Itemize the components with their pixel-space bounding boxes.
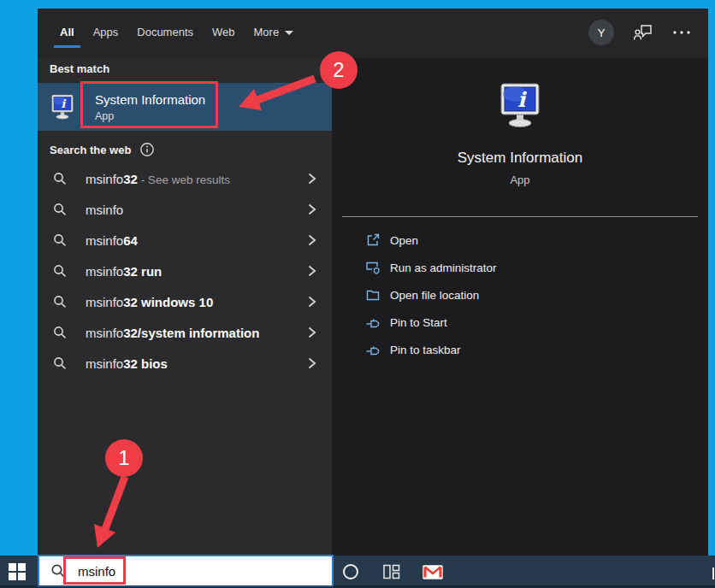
- action-pin-to-taskbar[interactable]: Pin to taskbar: [332, 336, 708, 363]
- action-label: Pin to taskbar: [390, 344, 461, 356]
- action-label: Pin to Start: [390, 316, 447, 329]
- divider: [342, 216, 698, 217]
- folder-icon: [365, 287, 381, 303]
- suggestion-row[interactable]: msinfo32/system information: [38, 317, 332, 348]
- cortana-icon[interactable]: [343, 564, 358, 579]
- search-icon: [53, 264, 67, 278]
- taskbar-search-box[interactable]: [38, 555, 334, 587]
- tab-all[interactable]: All: [50, 15, 84, 50]
- system-information-app-icon: i: [49, 94, 76, 120]
- action-open-file-location[interactable]: Open file location: [332, 281, 708, 309]
- chevron-right-icon: [308, 203, 316, 215]
- tab-apps-label: Apps: [93, 26, 119, 38]
- tab-documents-label: Documents: [137, 26, 193, 38]
- chevron-right-icon: [308, 296, 316, 308]
- search-icon: [53, 295, 67, 309]
- tab-more[interactable]: More: [245, 15, 304, 50]
- best-match-result[interactable]: i System Information App: [38, 83, 332, 131]
- pin-icon: [365, 342, 381, 357]
- suggestion-row[interactable]: msinfo32 - See web results: [38, 163, 332, 194]
- web-suggestion-list: msinfo32 - See web results msinfo msinfo…: [38, 163, 332, 379]
- suggestion-row[interactable]: msinfo64: [38, 225, 332, 256]
- tab-apps[interactable]: Apps: [84, 15, 128, 50]
- preview-app-name: System Information: [332, 150, 708, 167]
- action-pin-to-start[interactable]: Pin to Start: [332, 309, 708, 336]
- tab-web[interactable]: Web: [203, 15, 245, 50]
- suggestion-row[interactable]: msinfo32 run: [38, 256, 332, 286]
- chevron-right-icon: [308, 234, 316, 246]
- tab-web-label: Web: [212, 26, 235, 38]
- chevron-right-icon: [308, 173, 316, 185]
- best-match-app-name: System Information: [95, 92, 205, 107]
- more-options-icon[interactable]: [672, 30, 691, 35]
- tab-more-label: More: [254, 26, 280, 38]
- search-icon: [53, 172, 67, 185]
- search-icon: [50, 563, 66, 579]
- suggestion-row[interactable]: msinfo32 bios: [38, 348, 332, 379]
- gmail-icon[interactable]: [422, 565, 443, 579]
- tab-documents[interactable]: Documents: [127, 15, 203, 50]
- search-icon: [53, 326, 67, 339]
- chevron-down-icon: [285, 31, 293, 35]
- chevron-right-icon: [308, 326, 316, 338]
- windows-start-icon[interactable]: [9, 563, 26, 580]
- suggestion-row[interactable]: msinfo32 windows 10: [38, 286, 332, 317]
- admin-shield-icon: [365, 260, 381, 275]
- search-icon: [53, 233, 67, 247]
- search-icon: [53, 203, 67, 216]
- action-label: Open: [390, 234, 418, 247]
- preview-app-type: App: [332, 173, 708, 186]
- search-filter-tabs: All Apps Documents Web More: [50, 15, 303, 50]
- tray-item[interactable]: [712, 567, 714, 579]
- task-view-icon[interactable]: [382, 564, 401, 579]
- open-icon: [365, 232, 381, 248]
- context-action-list: Open Run as administrator Open file loca…: [332, 226, 708, 363]
- best-match-app-type: App: [95, 110, 205, 122]
- search-the-web-label: Search the web: [50, 142, 155, 157]
- action-label: Run as administrator: [390, 262, 497, 274]
- chevron-right-icon: [308, 357, 316, 369]
- user-avatar[interactable]: Y: [588, 20, 614, 45]
- feedback-icon[interactable]: [633, 23, 653, 42]
- action-open[interactable]: Open: [332, 226, 708, 254]
- system-information-app-icon: i: [496, 82, 544, 128]
- taskbar-search-input[interactable]: [76, 563, 268, 579]
- action-run-as-administrator[interactable]: Run as administrator: [332, 254, 708, 281]
- info-icon[interactable]: [139, 142, 155, 157]
- best-match-label: Best match: [50, 62, 109, 75]
- search-icon: [53, 356, 67, 370]
- suggestion-row[interactable]: msinfo: [38, 194, 332, 225]
- chevron-right-icon: [308, 265, 316, 277]
- tab-all-label: All: [60, 26, 74, 38]
- action-label: Open file location: [390, 289, 479, 302]
- pin-icon: [365, 315, 381, 330]
- search-header: All Apps Documents Web More Y: [38, 9, 708, 58]
- search-results-pane: Best match i System Information App Sear…: [38, 58, 332, 556]
- taskbar: [0, 556, 715, 588]
- preview-pane: i System Information App Open Run as adm…: [332, 58, 708, 556]
- search-flyout: All Apps Documents Web More Y driver eas…: [38, 9, 708, 556]
